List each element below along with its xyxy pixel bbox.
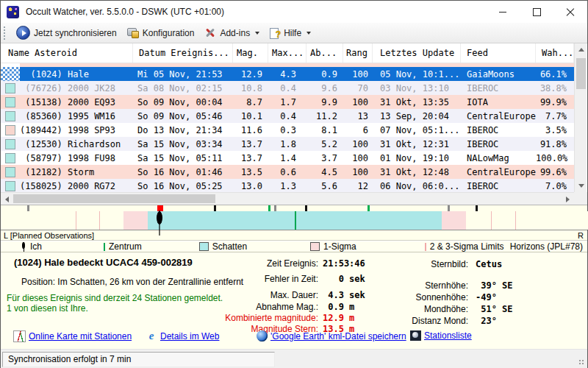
- link-details-im-web[interactable]: Details im Web: [160, 331, 219, 342]
- scroll-up-button[interactable]: [575, 43, 587, 56]
- row-checkbox[interactable]: [5, 181, 15, 191]
- column-header[interactable]: Max...: [268, 43, 306, 63]
- scrollbar-corner: [574, 192, 587, 205]
- occultation-band[interactable]: [1, 211, 587, 230]
- column-header[interactable]: Rang: [343, 43, 373, 63]
- detail-label: Sternbild:: [367, 259, 468, 269]
- vertical-scrollbar[interactable]: [574, 43, 587, 192]
- detail-value: -49°: [476, 292, 497, 302]
- chevron-down-icon: [255, 32, 259, 35]
- minimize-button[interactable]: [486, 1, 520, 23]
- column-header[interactable]: Datum Ereignis...: [133, 43, 233, 63]
- chevron-down-icon: [306, 32, 311, 35]
- config-icon: [127, 27, 139, 38]
- row-checkbox[interactable]: [5, 83, 15, 93]
- events-table: Name AsteroidDatum Ereignis...Mag.Max...…: [1, 43, 574, 193]
- horizontal-scroll-thumb[interactable]: [13, 194, 215, 203]
- sync-status-text: Synchronisation erfolgt in 7 min: [2, 352, 275, 367]
- toolbar-button-add-ins[interactable]: Add-ins: [199, 25, 265, 40]
- column-header[interactable]: Mag.: [233, 43, 268, 63]
- table-row[interactable]: (12182) StormSo 16 Nov, 01:4613.50.64.51…: [1, 165, 574, 179]
- link-item: Stationsliste: [410, 330, 472, 341]
- row-checkbox[interactable]: [5, 97, 15, 107]
- cell-wahr: 38.8%: [536, 83, 574, 93]
- row-checkbox[interactable]: [5, 139, 15, 149]
- cell-name: (58797) 1998 FU98: [20, 153, 133, 163]
- cell-mag: 8.7: [233, 97, 268, 107]
- toolbar-button-label: Jetzt synchronisieren: [34, 28, 117, 38]
- chevron-down-icon: [578, 184, 584, 188]
- outside-band: [466, 211, 588, 230]
- scroll-down-button[interactable]: [575, 180, 587, 192]
- link-online-karte-mit-stationen[interactable]: Online Karte mit Stationen: [29, 331, 132, 342]
- row-checkbox[interactable]: [5, 111, 15, 121]
- resize-grip[interactable]: [578, 359, 585, 366]
- cell-wahr: 3.5%: [536, 125, 574, 135]
- legend-item: Schatten: [199, 241, 247, 252]
- detail-label: Zeit Ereignis:: [177, 258, 318, 269]
- link--google-earth-kml-datei-speichern[interactable]: 'Google Earth' kml-Datei speichern: [270, 331, 406, 342]
- column-header[interactable]: Ab...: [306, 43, 343, 63]
- detail-label: Sonnenhöhe:: [367, 292, 468, 302]
- cell-datum: Mi 05 Nov, 21:53: [133, 69, 233, 79]
- column-header[interactable]: Feed: [461, 43, 536, 63]
- column-header[interactable]: Name Asteroid: [1, 43, 133, 63]
- toolbar-button-jetzt-synchronisieren[interactable]: Jetzt synchronisieren: [11, 24, 122, 42]
- cell-name: (15138) 2000 EQ93: [20, 97, 133, 107]
- horizontal-scrollbar[interactable]: [1, 192, 574, 205]
- link-stationsliste[interactable]: Stationsliste: [424, 330, 472, 341]
- table-row[interactable]: (85360) 1995 WM16So 09 Nov, 05:4610.10.4…: [1, 109, 574, 123]
- cell-wahr: 99.6%: [536, 167, 574, 177]
- row-checkbox[interactable]: [5, 153, 15, 163]
- planned-observations-row: L [Planned Observations] R: [1, 230, 587, 241]
- cell-update: 06 Nov, 06:0...: [373, 181, 461, 191]
- maximize-button[interactable]: [520, 1, 553, 23]
- toolbar-button-hilfe[interactable]: Hilfe: [265, 25, 316, 41]
- table-row[interactable]: (1024) HaleMi 05 Nov, 21:5312.94.30.9100…: [1, 67, 574, 81]
- event-details-panel: (1024) Hale bedeckt UCAC4 459-002819 Pos…: [1, 252, 587, 349]
- row-marker-cell: [1, 81, 20, 95]
- ie-icon: e: [146, 330, 157, 342]
- row-checkbox[interactable]: [5, 125, 15, 135]
- event-title: (1024) Hale bedeckt UCAC4 459-002819: [14, 257, 193, 268]
- cell-wahr: 66.1%: [536, 69, 574, 79]
- table-row[interactable]: (15138) 2000 EQ93So 09 Nov, 00:048.71.79…: [1, 95, 574, 109]
- toolbar: Jetzt synchronisierenKonfigurationAdd-in…: [1, 23, 587, 43]
- column-header[interactable]: Letztes Update: [373, 43, 461, 63]
- toolbar-grip[interactable]: [4, 26, 7, 40]
- pink-line-icon: [425, 243, 426, 251]
- toolbar-button-konfiguration[interactable]: Konfiguration: [122, 25, 200, 40]
- sigma-band: [123, 211, 148, 230]
- close-button[interactable]: [553, 1, 587, 23]
- row-marker-cell: [1, 95, 20, 109]
- table-row[interactable]: (58797) 1998 FU98Sa 15 Nov, 05:1113.71.4…: [1, 151, 574, 165]
- table-row[interactable]: (189442) 1998 SP93Do 13 Nov, 21:3411.60.…: [1, 123, 574, 137]
- scroll-right-button[interactable]: [562, 193, 574, 205]
- detail-value: 12.9 m: [323, 313, 354, 323]
- detail-value: 39° SE: [476, 280, 513, 291]
- link-item: Online Karte mit Stationen: [13, 330, 132, 342]
- cell-feed: IOTA: [461, 97, 536, 107]
- table-row[interactable]: (76726) 2000 JK28Sa 08 Nov, 02:1510.80.4…: [1, 81, 574, 95]
- row-checkbox[interactable]: [5, 167, 15, 177]
- column-header[interactable]: Wah...: [536, 43, 574, 63]
- cell-mag: 12.9: [233, 69, 268, 79]
- sigma-limit-line: [99, 211, 100, 230]
- cell-ab: 3.7: [306, 153, 343, 163]
- vertical-scroll-thumb[interactable]: [576, 58, 586, 89]
- cell-update: 03 Nov, 13:10: [373, 83, 461, 93]
- detail-value: 51° SE: [476, 304, 513, 314]
- cell-datum: So 16 Nov, 01:46: [133, 167, 233, 177]
- cell-update: 13 Sep, 20:04: [373, 111, 461, 121]
- table-row[interactable]: (12530) RichardsonSa 15 Nov, 03:3413.71.…: [1, 137, 574, 151]
- detail-label: Distanz Mond:: [367, 316, 468, 326]
- legend-label: Ich: [30, 241, 42, 252]
- toolbar-button-label: Add-ins: [220, 28, 250, 38]
- table-row[interactable]: (158025) 2000 RG72So 16 Nov, 05:2513.01.…: [1, 179, 574, 193]
- cell-update: 07 Nov, 05:1...: [373, 125, 461, 135]
- window-title: Occult Watcher, ver. 5.5.0.0 - DSWK (UTC…: [26, 7, 224, 17]
- cell-wahr: 91.8%: [536, 139, 574, 149]
- cell-ab: 9.9: [306, 97, 343, 107]
- scroll-left-button[interactable]: [1, 193, 13, 205]
- title-bar: Occult Watcher, ver. 5.5.0.0 - DSWK (UTC…: [1, 1, 587, 23]
